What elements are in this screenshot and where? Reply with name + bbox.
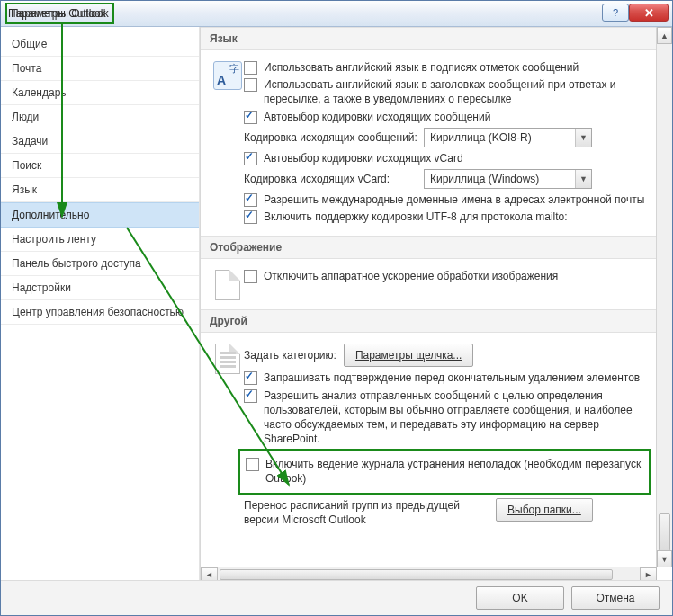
label-hwaccel: Отключить аппаратное ускорение обработки… <box>264 269 645 283</box>
label-logging: Включить ведение журнала устранения непо… <box>265 457 643 486</box>
dialog-footer: OK Отмена <box>1 580 672 615</box>
checkbox-confirm-delete[interactable] <box>244 371 257 385</box>
checkbox-sharepoint[interactable] <box>244 389 257 403</box>
section-header-other: Другой <box>201 309 656 333</box>
window-title: Параметры Outlook <box>8 7 106 20</box>
titlebar: Параметры Outlook Параметры Outlook ? ✕ <box>1 1 672 27</box>
label-sharepoint: Разрешить анализ отправленных сообщений … <box>264 388 645 447</box>
label-set-category: Задать категорию: <box>244 349 336 362</box>
checkbox-english-headers[interactable] <box>244 78 257 92</box>
checkbox-hwaccel[interactable] <box>244 270 257 283</box>
help-button[interactable]: ? <box>602 4 629 22</box>
choose-folder-button[interactable]: Выбор папки... <box>496 498 593 522</box>
sidebar-item-advanced[interactable]: Дополнительно <box>1 202 199 228</box>
label-utf8-mailto: Включить поддержку кодировки UTF-8 для п… <box>264 210 645 224</box>
label-vcard-encoding: Кодировка исходящих vCard: <box>244 173 424 185</box>
other-icon <box>215 344 240 374</box>
scroll-area: Язык Использовать английский язык в подп… <box>201 27 656 567</box>
checkbox-utf8-mailto[interactable] <box>244 210 257 224</box>
label-confirm-delete: Запрашивать подтверждение перед окончате… <box>264 370 645 385</box>
label-migrate-groups: Перенос расписаний групп из предыдущей в… <box>244 498 496 527</box>
checkbox-logging[interactable] <box>246 458 259 471</box>
quick-click-button[interactable]: Параметры щелчка... <box>344 344 474 367</box>
window-buttons: ? ✕ <box>602 4 669 22</box>
category-sidebar: Общие Почта Календарь Люди Задачи Поиск … <box>1 27 200 582</box>
sidebar-item-trustcenter[interactable]: Центр управления безопасностью <box>1 300 199 325</box>
content-pane: Язык Использовать английский язык в подп… <box>200 27 672 582</box>
hscroll-thumb[interactable] <box>220 569 613 580</box>
close-button[interactable]: ✕ <box>629 4 669 22</box>
label-idn: Разрешить международные доменные имена в… <box>264 192 645 207</box>
section-header-language: Язык <box>201 27 656 50</box>
sidebar-item-mail[interactable]: Почта <box>1 57 199 81</box>
ok-button[interactable]: OK <box>476 586 564 610</box>
sidebar-item-people[interactable]: Люди <box>1 105 199 129</box>
label-english-signatures: Использовать английский язык в подписях … <box>264 60 645 75</box>
label-out-encoding: Кодировка исходящих сообщений: <box>244 131 424 144</box>
display-icon <box>215 270 240 300</box>
client-area: Общие Почта Календарь Люди Задачи Поиск … <box>1 27 672 582</box>
section-header-display: Отображение <box>201 236 656 259</box>
scroll-up-arrow[interactable]: ▲ <box>657 27 672 44</box>
combo-vcard-encoding[interactable]: Кириллица (Windows)▼ <box>424 169 592 189</box>
label-auto-vcard: Автовыбор кодировки исходящих vCard <box>264 151 645 165</box>
label-english-headers: Использовать английский язык в заголовка… <box>264 77 645 106</box>
cancel-button[interactable]: Отмена <box>571 586 660 610</box>
sidebar-item-qat[interactable]: Панель быстрого доступа <box>1 252 199 276</box>
checkbox-auto-vcard[interactable] <box>244 152 257 165</box>
chevron-down-icon[interactable]: ▼ <box>575 170 591 188</box>
language-icon <box>213 61 242 90</box>
scroll-thumb[interactable] <box>659 513 670 551</box>
sidebar-item-language[interactable]: Язык <box>1 178 199 202</box>
options-window: Параметры Outlook Параметры Outlook ? ✕ … <box>0 0 673 616</box>
label-auto-encoding: Автовыбор кодировки исходящих сообщений <box>264 110 645 124</box>
logging-highlight: Включить ведение журнала устранения непо… <box>238 449 651 494</box>
combo-out-encoding[interactable]: Кириллица (KOI8-R)▼ <box>424 128 592 147</box>
chevron-down-icon[interactable]: ▼ <box>575 129 591 147</box>
sidebar-item-search[interactable]: Поиск <box>1 154 199 178</box>
sidebar-item-calendar[interactable]: Календарь <box>1 81 199 105</box>
sidebar-item-tasks[interactable]: Задачи <box>1 129 199 154</box>
scroll-down-arrow[interactable]: ▼ <box>657 550 672 567</box>
checkbox-english-signatures[interactable] <box>244 61 257 75</box>
vertical-scrollbar[interactable]: ▲ ▼ <box>656 27 672 567</box>
checkbox-idn[interactable] <box>244 193 257 207</box>
sidebar-item-addins[interactable]: Надстройки <box>1 276 199 300</box>
checkbox-auto-encoding[interactable] <box>244 111 257 124</box>
sidebar-item-general[interactable]: Общие <box>1 32 199 57</box>
sidebar-item-ribbon[interactable]: Настроить ленту <box>1 228 199 252</box>
